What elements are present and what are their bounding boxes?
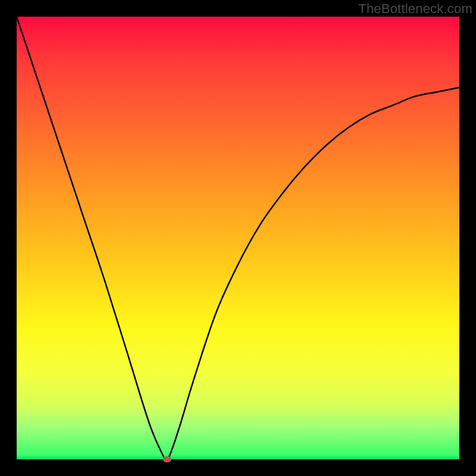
- bottleneck-curve-path: [17, 17, 459, 459]
- plot-area: [17, 17, 459, 459]
- optimal-point-marker: [163, 456, 171, 462]
- watermark-label: TheBottleneck.com: [358, 1, 472, 17]
- curve-svg: [17, 17, 459, 459]
- chart-frame: TheBottleneck.com: [0, 0, 476, 476]
